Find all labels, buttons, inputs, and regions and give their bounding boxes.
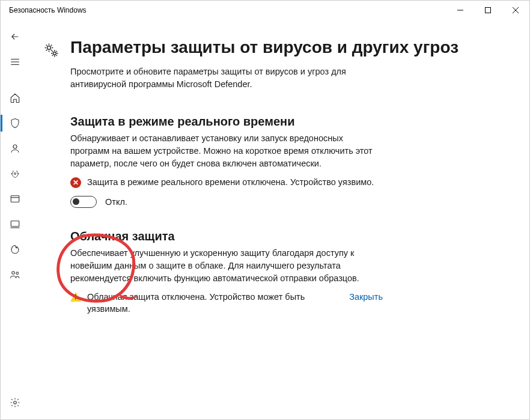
svg-point-17	[53, 52, 56, 55]
cloud-desc: Обеспечивает улучшенную и ускоренную защ…	[70, 247, 383, 285]
warning-icon	[70, 292, 81, 302]
sidebar-item-family-options[interactable]	[1, 263, 29, 287]
svg-rect-1	[486, 8, 491, 13]
page-header: Параметры защиты от вирусов и других угр…	[43, 37, 505, 58]
sidebar-item-firewall[interactable]	[1, 162, 29, 186]
minimize-button[interactable]	[446, 1, 474, 20]
page-title: Параметры защиты от вирусов и других угр…	[70, 37, 458, 58]
svg-point-14	[16, 272, 19, 275]
realtime-section: Защита в режиме реального времени Обнару…	[70, 115, 383, 207]
gears-icon	[43, 41, 59, 58]
content: Параметры защиты от вирусов и других угр…	[29, 20, 529, 419]
sidebar-item-settings[interactable]	[1, 391, 29, 415]
maximize-button[interactable]	[474, 1, 502, 20]
svg-point-13	[12, 272, 15, 275]
sidebar-item-app-browser-control[interactable]	[1, 187, 29, 211]
window-controls	[446, 1, 529, 20]
titlebar: Безопасность Windows	[1, 1, 529, 20]
sidebar-item-virus-protection[interactable]	[1, 111, 29, 135]
sidebar-item-device-performance[interactable]	[1, 237, 29, 261]
close-button[interactable]	[502, 1, 529, 20]
sidebar-item-device-security[interactable]	[1, 212, 29, 236]
page-subtitle: Просмотрите и обновите параметры защиты …	[70, 65, 383, 91]
svg-rect-9	[11, 196, 19, 202]
back-button[interactable]	[1, 25, 29, 49]
menu-button[interactable]	[1, 50, 29, 74]
realtime-warning-row: ✕ Защита в режиме реального времени откл…	[70, 176, 383, 188]
svg-point-7	[13, 145, 17, 148]
sidebar-item-account-protection[interactable]	[1, 136, 29, 160]
realtime-toggle-row: Откл.	[70, 196, 383, 208]
realtime-warning-text: Защита в режиме реального времени отключ…	[87, 176, 383, 188]
window-title: Безопасность Windows	[1, 6, 87, 14]
svg-rect-11	[11, 221, 19, 227]
svg-point-8	[14, 173, 16, 175]
realtime-desc: Обнаруживает и останавливает установку и…	[70, 132, 383, 170]
cloud-section: Облачная защита Обеспечивает улучшенную …	[70, 230, 383, 315]
cloud-dismiss-link[interactable]: Закрыть	[343, 291, 383, 303]
sidebar-item-home[interactable]	[1, 86, 29, 110]
window: Безопасность Windows	[0, 0, 530, 420]
cloud-warning-row: Облачная защита отключена. Устройство мо…	[70, 291, 383, 315]
realtime-toggle-label: Откл.	[105, 197, 127, 207]
realtime-toggle[interactable]	[70, 196, 97, 208]
realtime-heading: Защита в режиме реального времени	[70, 115, 383, 129]
sidebar	[1, 20, 29, 419]
svg-point-15	[14, 401, 17, 404]
error-icon: ✕	[70, 177, 81, 188]
body: Параметры защиты от вирусов и других угр…	[1, 20, 529, 419]
cloud-warning-text: Облачная защита отключена. Устройство мо…	[87, 291, 337, 315]
svg-point-16	[47, 46, 51, 50]
cloud-heading: Облачная защита	[70, 230, 383, 243]
